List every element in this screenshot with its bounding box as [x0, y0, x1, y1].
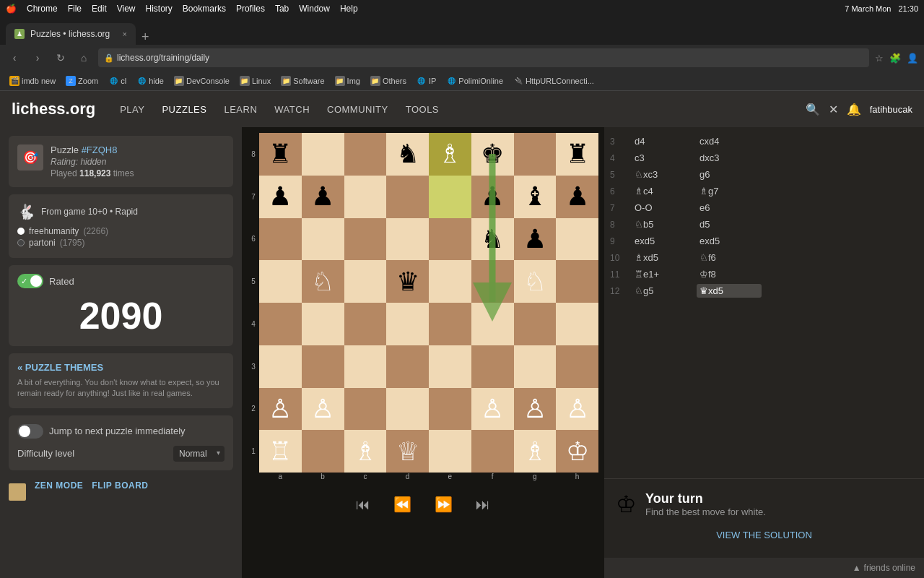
move-11-white[interactable]: ♖e1+ — [632, 267, 697, 281]
square-a2[interactable]: ♙ — [259, 388, 302, 431]
menu-chrome[interactable]: Chrome — [27, 4, 58, 14]
extensions-icon[interactable]: 🧩 — [889, 53, 901, 64]
square-c4[interactable] — [344, 303, 387, 345]
square-a4[interactable] — [259, 303, 302, 345]
view-solution-button[interactable]: VIEW THE SOLUTION — [616, 524, 912, 546]
square-h7[interactable]: ♟ — [556, 176, 598, 218]
square-e1[interactable] — [429, 430, 471, 473]
move-10-white[interactable]: ♗xd5 — [632, 251, 697, 264]
square-g1[interactable]: ♗ — [514, 430, 557, 473]
square-g6[interactable]: ♟ — [514, 218, 557, 261]
square-b3[interactable] — [302, 345, 344, 388]
square-g2[interactable]: ♙ — [514, 388, 557, 431]
move-10-black[interactable]: ♘f6 — [697, 251, 762, 264]
bookmark-others[interactable]: 📁 Others — [367, 74, 410, 87]
profile-icon[interactable]: 👤 — [907, 53, 918, 64]
square-b8[interactable] — [302, 133, 344, 176]
move-3-white[interactable]: d4 — [632, 134, 697, 148]
square-f7[interactable]: ♟ — [471, 176, 514, 218]
square-h3[interactable] — [556, 345, 598, 388]
square-b4[interactable] — [302, 303, 344, 345]
square-h5[interactable] — [556, 260, 598, 303]
move-8-white[interactable]: ♘b5 — [632, 217, 697, 231]
new-tab-button[interactable]: + — [139, 30, 152, 45]
player1-name[interactable]: freehumanity — [29, 226, 79, 236]
apple-icon[interactable]: 🍎 — [6, 4, 17, 14]
square-a5[interactable] — [259, 260, 302, 303]
menu-edit[interactable]: Edit — [92, 4, 107, 14]
move-7-black[interactable]: e6 — [697, 201, 762, 215]
bookmark-software[interactable]: 📁 Software — [277, 74, 328, 87]
back-button[interactable]: ‹ — [6, 52, 23, 64]
square-f5[interactable] — [471, 260, 514, 303]
bookmark-linux[interactable]: 📁 Linux — [236, 74, 274, 87]
square-c2[interactable] — [344, 388, 387, 431]
square-a7[interactable]: ♟ — [259, 176, 302, 218]
square-c7[interactable] — [344, 176, 387, 218]
square-f3[interactable] — [471, 345, 514, 388]
square-c6[interactable] — [344, 218, 387, 261]
move-6-white[interactable]: ♗c4 — [632, 184, 697, 198]
difficulty-select[interactable]: Easiest Easier Normal Harder Hardest — [173, 446, 225, 462]
square-d3[interactable] — [386, 345, 429, 388]
square-a3[interactable] — [259, 345, 302, 388]
move-5-black[interactable]: g6 — [697, 168, 762, 181]
themes-title[interactable]: PUZZLE THEMES — [17, 362, 225, 373]
square-a6[interactable] — [259, 218, 302, 261]
close-icon[interactable]: ✕ — [829, 103, 838, 116]
jump-toggle[interactable] — [17, 424, 43, 439]
square-b7[interactable]: ♟ — [302, 176, 344, 218]
square-e7[interactable] — [429, 176, 471, 218]
bookmark-devconsole[interactable]: 📁 DevConsole — [170, 74, 233, 87]
bookmark-hide[interactable]: 🌐 hide — [133, 74, 167, 87]
square-c1[interactable]: ♗ — [344, 430, 387, 473]
square-c8[interactable] — [344, 133, 387, 176]
game-source[interactable]: From game 10+0 • Rapid — [41, 207, 138, 217]
square-d7[interactable] — [386, 176, 429, 218]
refresh-button[interactable]: ↻ — [52, 52, 69, 64]
square-e3[interactable] — [429, 345, 471, 388]
move-3-black[interactable]: cxd4 — [697, 134, 762, 148]
move-6-black[interactable]: ♗g7 — [697, 184, 762, 198]
move-4-black[interactable]: dxc3 — [697, 151, 762, 165]
bookmark-http[interactable]: 🔌 HttpURLConnecti... — [510, 74, 598, 87]
square-h1[interactable]: ♔ — [556, 430, 598, 473]
square-d8[interactable]: ♞ — [386, 133, 429, 176]
square-f8[interactable]: ♚ — [471, 133, 514, 176]
square-g5[interactable]: ♘ — [514, 260, 557, 303]
square-b1[interactable] — [302, 430, 344, 473]
move-7-white[interactable]: O-O — [632, 201, 697, 215]
square-e5[interactable] — [429, 260, 471, 303]
square-d5[interactable]: ♛ — [386, 260, 429, 303]
square-a8[interactable]: ♜ — [259, 133, 302, 176]
square-g3[interactable] — [514, 345, 557, 388]
bookmark-img[interactable]: 📁 Img — [331, 74, 364, 87]
menu-file[interactable]: File — [68, 4, 82, 14]
bookmark-zoom[interactable]: Z Zoom — [62, 74, 102, 87]
bookmark-imdb[interactable]: 🎬 imdb new — [6, 74, 59, 87]
square-a1[interactable]: ♖ — [259, 430, 302, 473]
nav-watch[interactable]: WATCH — [267, 100, 317, 119]
menu-tab[interactable]: Tab — [275, 4, 289, 14]
move-11-black[interactable]: ♔f8 — [697, 267, 762, 281]
move-8-black[interactable]: d5 — [697, 217, 762, 231]
square-f2[interactable]: ♙ — [471, 388, 514, 431]
square-g8[interactable] — [514, 133, 557, 176]
menu-view[interactable]: View — [117, 4, 136, 14]
username[interactable]: fatihbucak — [870, 104, 912, 115]
square-d1[interactable]: ♕ — [386, 430, 429, 473]
square-e8[interactable]: ♗ — [429, 133, 471, 176]
forward-button[interactable]: › — [29, 52, 46, 64]
last-move-button[interactable]: ⏭ — [476, 496, 490, 513]
menu-profiles[interactable]: Profiles — [236, 4, 265, 14]
menu-bookmarks[interactable]: Bookmarks — [183, 4, 226, 14]
square-e2[interactable] — [429, 388, 471, 431]
square-f1[interactable] — [471, 430, 514, 473]
square-d4[interactable] — [386, 303, 429, 345]
bell-icon[interactable]: 🔔 — [847, 103, 861, 116]
move-4-white[interactable]: c3 — [632, 151, 697, 165]
square-c3[interactable] — [344, 345, 387, 388]
square-f6[interactable]: ♞ — [471, 218, 514, 261]
home-button[interactable]: ⌂ — [75, 52, 92, 64]
active-tab[interactable]: ♟ Puzzles • lichess.org × — [6, 23, 136, 45]
